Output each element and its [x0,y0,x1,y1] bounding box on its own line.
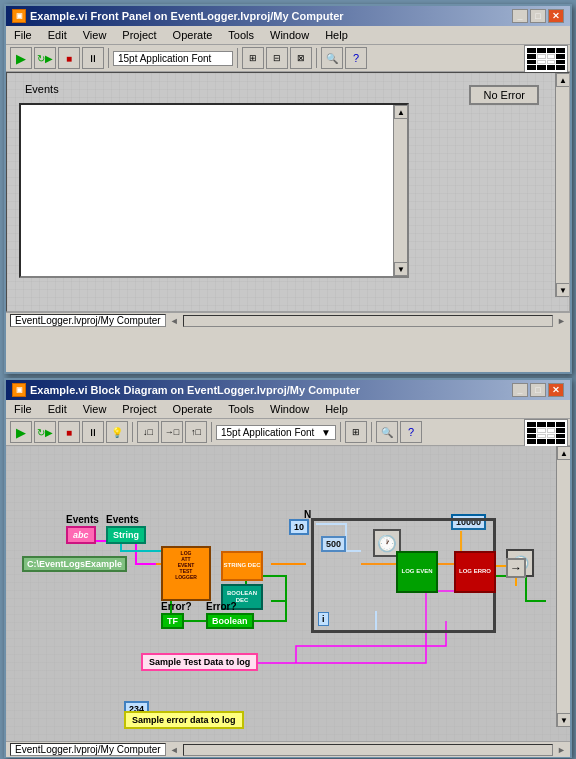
status-arrow-right: ► [557,316,566,326]
events-label-1: Events [66,514,99,525]
search-button[interactable]: 🔍 [321,47,343,69]
status-path: EventLogger.lvproj/My Computer [10,314,166,327]
block-diagram-status-bar: EventLogger.lvproj/My Computer ◄ ► [6,741,570,757]
sample-error-data-constant: Sample error data to log [124,711,244,729]
front-panel-menu-bar: File Edit View Project Operate Tools Win… [6,26,570,45]
no-error-indicator: No Error [469,85,539,105]
sample-test-data-label: Sample Test Data to log [149,657,250,667]
block-diagram-window: ▣ Example.vi Block Diagram on EventLogge… [4,378,572,758]
bd-minimize-button[interactable]: _ [512,383,528,397]
menu-window[interactable]: Window [266,28,313,42]
resize-button[interactable]: ⊠ [290,47,312,69]
block-diagram-title-bar: ▣ Example.vi Block Diagram on EventLogge… [6,380,570,400]
bd-help-button[interactable]: ? [400,421,422,443]
bd-menu-tools[interactable]: Tools [224,402,258,416]
string-dec-node: STRING DEC [221,551,263,581]
menu-view[interactable]: View [79,28,111,42]
listbox-scrollbar[interactable]: ▲ ▼ [393,105,407,276]
bd-run-continuously-button[interactable]: ↻▶ [34,421,56,443]
bd-window-icon: ▣ [12,383,26,397]
bd-menu-help[interactable]: Help [321,402,352,416]
abc-string-terminal: abc [66,526,96,544]
front-panel-content: Events No Error ▲ ▼ ▲ ▼ [6,72,570,312]
block-diagram-title: Example.vi Block Diagram on EventLogger.… [30,384,360,396]
bd-toolbar-sep-3 [340,422,341,442]
help-button[interactable]: ? [345,47,367,69]
scroll-down[interactable]: ▼ [556,283,570,297]
log-error-node: LOG ERRO [454,551,496,593]
error2-label: Error? [206,601,237,612]
bd-menu-window[interactable]: Window [266,402,313,416]
bd-toolbar-sep-4 [371,422,372,442]
scroll-up-btn[interactable]: ▲ [394,105,408,119]
bd-scroll-up[interactable]: ▲ [557,446,570,460]
error1-label: Error? [161,601,192,612]
abc-label: abc [73,530,89,540]
bd-scroll-down[interactable]: ▼ [557,713,570,727]
bd-scrollbar-v[interactable]: ▲ ▼ [556,446,570,727]
log-attr-node: LOGATTEVENTTESTLOGGER [161,546,211,601]
menu-tools[interactable]: Tools [224,28,258,42]
bd-maximize-button[interactable]: □ [530,383,546,397]
run-button[interactable]: ▶ [10,47,32,69]
block-diagram-content: Events abc Events String N 10 10000 500 … [6,446,570,741]
abort-button[interactable]: ■ [58,47,80,69]
bd-run-button[interactable]: ▶ [10,421,32,443]
bd-menu-file[interactable]: File [10,402,36,416]
scroll-up[interactable]: ▲ [556,73,570,87]
maximize-button[interactable]: □ [530,9,546,23]
log-attr-label: LOGATTEVENTTESTLOGGER [165,550,207,580]
log-even-node: LOG EVEN [396,551,438,593]
distribute-button[interactable]: ⊟ [266,47,288,69]
bd-font-selector[interactable]: 15pt Application Font▼ [216,425,336,440]
bd-highlight-button[interactable]: 💡 [106,421,128,443]
menu-help[interactable]: Help [321,28,352,42]
toolbar-separator-3 [316,48,317,68]
bd-toolbar-sep-1 [132,422,133,442]
bd-menu-operate[interactable]: Operate [169,402,217,416]
status-scrollbar-h[interactable] [183,315,554,327]
bd-status-arrow-right: ► [557,745,566,755]
bd-align-button[interactable]: ⊞ [345,421,367,443]
pause-button[interactable]: ⏸ [82,47,104,69]
boolean-terminal: Boolean [206,613,254,629]
menu-edit[interactable]: Edit [44,28,71,42]
front-panel-window: ▣ Example.vi Front Panel on EventLogger.… [4,4,572,374]
menu-operate[interactable]: Operate [169,28,217,42]
bd-toolbar-sep-2 [211,422,212,442]
bd-step-in[interactable]: ↓□ [137,421,159,443]
bd-menu-view[interactable]: View [79,402,111,416]
menu-project[interactable]: Project [118,28,160,42]
sample-test-data-constant: Sample Test Data to log [141,653,258,671]
tf-terminal: TF [161,613,184,629]
string-terminal: String [106,526,146,544]
log-even-label: LOG EVEN [401,568,432,575]
bd-close-button[interactable]: ✕ [548,383,564,397]
menu-file[interactable]: File [10,28,36,42]
toolbar-separator-1 [108,48,109,68]
events-label: Events [25,83,59,95]
bd-status-arrow: ◄ [170,745,179,755]
path-constant: C:\EventLogsExample [22,556,127,572]
run-continuously-button[interactable]: ↻▶ [34,47,56,69]
bd-status-scrollbar-h[interactable] [183,744,554,756]
font-selector[interactable]: 15pt Application Font [113,51,233,66]
minimize-button[interactable]: _ [512,9,528,23]
panel-scrollbar-v[interactable]: ▲ ▼ [555,73,569,297]
bd-step-out[interactable]: ↑□ [185,421,207,443]
bd-pause-button[interactable]: ⏸ [82,421,104,443]
align-button[interactable]: ⊞ [242,47,264,69]
bd-menu-edit[interactable]: Edit [44,402,71,416]
front-panel-title-bar: ▣ Example.vi Front Panel on EventLogger.… [6,6,570,26]
bd-status-path: EventLogger.lvproj/My Computer [10,743,166,756]
bd-menu-project[interactable]: Project [118,402,160,416]
close-button[interactable]: ✕ [548,9,564,23]
bd-zoom-button[interactable]: 🔍 [376,421,398,443]
bd-abort-button[interactable]: ■ [58,421,80,443]
log-error-label: LOG ERRO [459,568,491,575]
front-panel-toolbar: ▶ ↻▶ ■ ⏸ 15pt Application Font ⊞ ⊟ ⊠ 🔍 ?… [6,45,570,72]
scroll-down-btn[interactable]: ▼ [394,262,408,276]
block-diagram-toolbar: ▶ ↻▶ ■ ⏸ 💡 ↓□ →□ ↑□ 15pt Application Fon… [6,419,570,446]
bd-step-over[interactable]: →□ [161,421,183,443]
string-dec-label: STRING DEC [223,562,260,569]
